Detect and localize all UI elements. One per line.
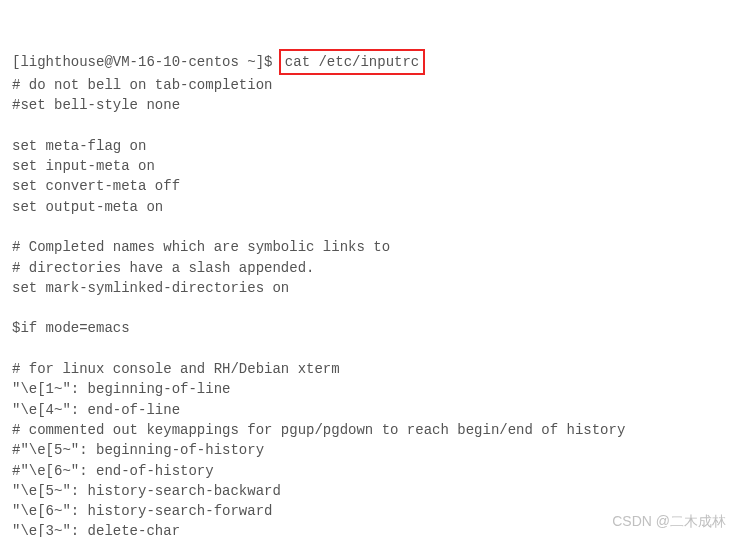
output-line: set output-meta on — [12, 197, 724, 217]
output-line: #"\e[6~": end-of-history — [12, 461, 724, 481]
output-line — [12, 115, 724, 135]
output-line: $if mode=emacs — [12, 318, 724, 338]
prompt-line: [lighthouse@VM-16-10-centos ~]$ cat /etc… — [12, 49, 724, 75]
output-line: set meta-flag on — [12, 136, 724, 156]
output-line — [12, 298, 724, 318]
output-line: # commented out keymappings for pgup/pgd… — [12, 420, 724, 440]
shell-prompt: [lighthouse@VM-16-10-centos ~]$ — [12, 54, 281, 70]
output-line — [12, 217, 724, 237]
output-line: "\e[1~": beginning-of-line — [12, 379, 724, 399]
command-highlight: cat /etc/inputrc — [279, 49, 425, 75]
output-line: # Completed names which are symbolic lin… — [12, 237, 724, 257]
watermark: CSDN @二木成林 — [612, 511, 726, 531]
output-line: set convert-meta off — [12, 176, 724, 196]
output-line: # do not bell on tab-completion — [12, 75, 724, 95]
command-text: cat /etc/inputrc — [285, 54, 419, 70]
output-line: # for linux console and RH/Debian xterm — [12, 359, 724, 379]
output-line: # directories have a slash appended. — [12, 258, 724, 278]
output-line: #"\e[5~": beginning-of-history — [12, 440, 724, 460]
output-line: set input-meta on — [12, 156, 724, 176]
output-line: "\e[5~": history-search-backward — [12, 481, 724, 501]
output-line: set mark-symlinked-directories on — [12, 278, 724, 298]
output-line: "\e[4~": end-of-line — [12, 400, 724, 420]
output-line: #set bell-style none — [12, 95, 724, 115]
terminal-output: [lighthouse@VM-16-10-centos ~]$ cat /etc… — [12, 8, 724, 537]
output-line — [12, 339, 724, 359]
